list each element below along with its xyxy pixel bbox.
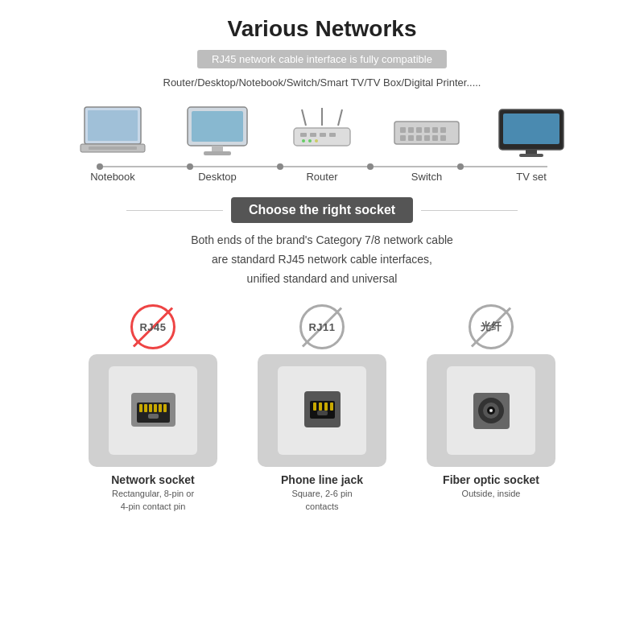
section-badge: Choose the right socket bbox=[231, 197, 413, 223]
svg-rect-44 bbox=[148, 414, 159, 419]
svg-rect-29 bbox=[424, 135, 430, 141]
devices-row bbox=[32, 101, 612, 161]
fiber-socket-inner bbox=[447, 366, 535, 455]
network-socket-desc: Rectangular, 8-pin or4-pin contact pin bbox=[112, 488, 194, 513]
svg-rect-25 bbox=[440, 127, 446, 133]
svg-rect-27 bbox=[408, 135, 414, 141]
router-icon bbox=[286, 101, 358, 158]
desktop-icon bbox=[181, 101, 254, 158]
svg-rect-7 bbox=[204, 151, 231, 155]
svg-line-10 bbox=[338, 109, 342, 126]
fiber-socket-name: Fiber optic socket bbox=[443, 473, 539, 486]
svg-rect-48 bbox=[319, 402, 322, 411]
device-labels-row: Notebook Desktop Router Switch TV set bbox=[32, 171, 612, 183]
svg-rect-12 bbox=[300, 133, 307, 137]
svg-rect-41 bbox=[154, 404, 157, 412]
svg-rect-22 bbox=[416, 127, 422, 133]
svg-rect-49 bbox=[324, 402, 328, 411]
timeline-line bbox=[97, 166, 547, 167]
socket-desc: Both ends of the brand's Category 7/8 ne… bbox=[191, 231, 453, 288]
fiber-socket-box bbox=[427, 354, 555, 467]
fiber-badge-text: 光纤 bbox=[481, 320, 502, 334]
svg-rect-38 bbox=[139, 404, 142, 412]
network-socket-name: Network socket bbox=[111, 473, 194, 486]
phone-socket-name: Phone line jack bbox=[281, 473, 363, 486]
svg-rect-26 bbox=[400, 135, 406, 141]
divider-left bbox=[126, 210, 223, 211]
svg-rect-6 bbox=[212, 146, 223, 152]
notebook-icon bbox=[76, 101, 149, 158]
page-container: Various Networks RJ45 network cable inte… bbox=[0, 0, 644, 644]
svg-rect-24 bbox=[432, 127, 438, 133]
section-divider: Choose the right socket bbox=[32, 197, 612, 223]
label-desktop: Desktop bbox=[165, 171, 270, 183]
label-notebook: Notebook bbox=[60, 171, 165, 183]
rj11-no-badge: RJ11 bbox=[299, 304, 345, 349]
switch-icon bbox=[390, 101, 463, 158]
network-socket-box bbox=[89, 354, 217, 467]
compat-text: Router/Desktop/Notebook/Switch/Smart TV/… bbox=[163, 76, 481, 89]
svg-rect-40 bbox=[149, 404, 152, 412]
device-tv bbox=[479, 101, 584, 161]
svg-rect-35 bbox=[519, 154, 543, 157]
fiber-socket-desc: Outside, inside bbox=[462, 488, 521, 500]
rj45-badge-text: RJ45 bbox=[139, 321, 166, 333]
svg-rect-3 bbox=[89, 147, 137, 150]
svg-rect-15 bbox=[329, 133, 336, 137]
device-switch bbox=[374, 101, 479, 161]
svg-point-16 bbox=[302, 139, 305, 142]
label-tv: TV set bbox=[479, 171, 584, 183]
svg-rect-13 bbox=[310, 133, 316, 137]
socket-phone: RJ11 bbox=[250, 304, 394, 513]
svg-rect-33 bbox=[503, 114, 559, 144]
label-switch: Switch bbox=[374, 171, 479, 183]
svg-rect-51 bbox=[317, 411, 328, 415]
svg-rect-20 bbox=[400, 127, 406, 133]
label-router: Router bbox=[270, 171, 374, 183]
subtitle-badge: RJ45 network cable interface is fully co… bbox=[197, 50, 447, 68]
phone-socket-inner bbox=[278, 366, 366, 455]
divider-right bbox=[421, 210, 518, 211]
phone-socket-desc: Square, 2-6 pincontacts bbox=[291, 488, 352, 513]
svg-point-17 bbox=[308, 139, 312, 142]
svg-rect-5 bbox=[192, 111, 243, 142]
network-socket-inner bbox=[109, 366, 197, 455]
svg-rect-30 bbox=[432, 135, 438, 141]
svg-line-8 bbox=[302, 109, 306, 126]
rj11-badge-text: RJ11 bbox=[308, 321, 335, 333]
tv-icon bbox=[495, 101, 568, 158]
svg-rect-47 bbox=[313, 402, 316, 411]
main-title: Various Networks bbox=[228, 16, 417, 42]
socket-fiber: 光纤 bbox=[419, 304, 564, 513]
svg-rect-21 bbox=[408, 127, 414, 133]
svg-rect-28 bbox=[416, 135, 422, 141]
device-router bbox=[270, 101, 374, 161]
timeline bbox=[32, 166, 612, 167]
socket-network: RJ45 bbox=[80, 304, 225, 513]
fiber-no-badge: 光纤 bbox=[469, 304, 514, 349]
svg-rect-23 bbox=[424, 127, 430, 133]
phone-socket-box bbox=[258, 354, 386, 467]
rj45-no-badge: RJ45 bbox=[130, 304, 175, 349]
svg-point-56 bbox=[489, 409, 493, 412]
svg-rect-39 bbox=[144, 404, 147, 412]
svg-rect-14 bbox=[320, 133, 326, 137]
svg-rect-43 bbox=[163, 404, 167, 412]
device-notebook bbox=[60, 101, 165, 161]
svg-rect-42 bbox=[159, 404, 162, 412]
svg-point-18 bbox=[315, 139, 318, 142]
device-desktop bbox=[165, 101, 270, 161]
svg-rect-50 bbox=[330, 402, 333, 411]
svg-rect-31 bbox=[440, 135, 446, 141]
sockets-row: RJ45 bbox=[32, 304, 612, 513]
svg-rect-1 bbox=[88, 110, 138, 141]
